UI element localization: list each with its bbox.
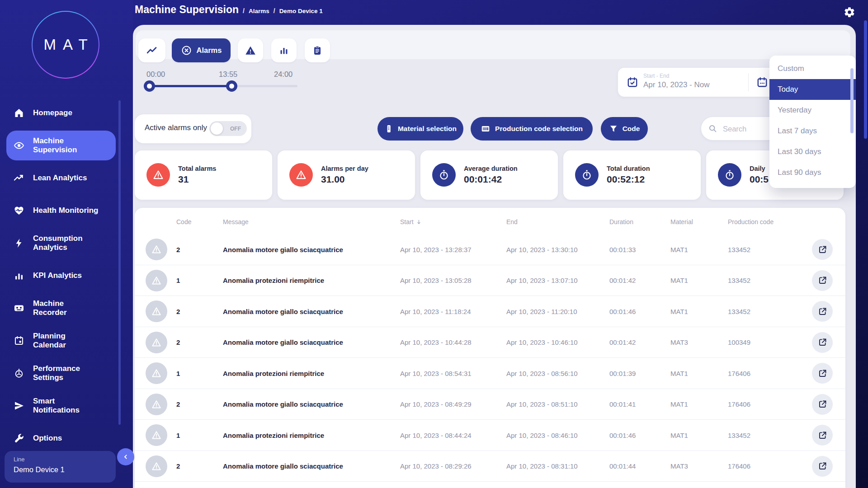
cell-message: Anomalia motore giallo sciacquatrice — [223, 462, 343, 470]
column-header-end[interactable]: End — [506, 218, 518, 225]
sidebar-item-consumption-analytics[interactable]: Consumption Analytics — [0, 227, 122, 259]
cell-code: 2 — [176, 400, 180, 408]
sidebar-item-lean-analytics[interactable]: Lean Analytics — [0, 162, 122, 194]
cell-production-code: 133452 — [728, 307, 750, 315]
sidebar-item-options[interactable]: Options — [0, 422, 122, 455]
warning-triangle-icon — [151, 337, 162, 348]
column-header-message[interactable]: Message — [223, 218, 249, 225]
sidebar-item-performance-settings[interactable]: Performance Settings — [0, 357, 122, 389]
sidebar-item-smart-notifications[interactable]: Smart Notifications — [0, 389, 122, 422]
sidebar-collapse-button[interactable] — [117, 448, 134, 465]
cell-end: Apr 10, 2023 - 11:20:10 — [506, 307, 577, 315]
column-header-code[interactable]: Code — [176, 218, 191, 225]
open-alarm-button[interactable] — [812, 394, 833, 415]
cell-duration: 00:01:33 — [609, 245, 636, 253]
breadcrumb: Machine Supervision / Alarms / Demo Devi… — [135, 4, 323, 22]
open-in-new-icon — [818, 461, 827, 471]
table-row: 2 Anomalia motore giallo sciacquatrice A… — [135, 327, 845, 358]
calendar-dots-icon[interactable] — [756, 76, 768, 88]
stopwatch-icon — [432, 163, 456, 187]
cell-code: 2 — [176, 245, 180, 253]
table-row: 1 Anomalia protezioni riempitrice Apr 10… — [135, 420, 845, 451]
warning-triangle-icon — [151, 244, 162, 255]
sort-desc-icon — [416, 219, 422, 225]
warning-triangle-icon — [151, 430, 162, 441]
page-scrollbar[interactable] — [864, 20, 867, 139]
view-tabs: Alarms — [136, 30, 850, 59]
option-custom[interactable]: Custom — [769, 58, 856, 79]
gear-icon — [844, 6, 855, 18]
column-header-material[interactable]: Material — [670, 218, 693, 225]
option-last-30-days[interactable]: Last 30 days — [769, 141, 856, 162]
open-in-new-icon — [818, 431, 827, 440]
open-in-new-icon — [818, 369, 827, 378]
option-today[interactable]: Today — [769, 79, 856, 100]
tab-alarms[interactable]: Alarms — [172, 38, 231, 62]
eye-icon — [14, 140, 24, 151]
material-selection-button[interactable]: Material selection — [377, 117, 463, 141]
tab-trends[interactable] — [138, 38, 165, 62]
table-row: 2 Anomalia motore giallo sciacquatrice A… — [135, 451, 845, 482]
active-alarms-toggle[interactable]: OFF — [209, 121, 247, 136]
recorder-icon — [14, 303, 24, 314]
gauge-icon — [14, 368, 24, 379]
column-header-start[interactable]: Start — [400, 218, 422, 225]
warning-triangle-icon — [151, 306, 162, 317]
dropdown-scrollbar[interactable] — [850, 68, 854, 133]
open-alarm-button[interactable] — [812, 301, 833, 322]
open-alarm-button[interactable] — [812, 239, 833, 260]
open-alarm-button[interactable] — [812, 363, 833, 384]
sidebar-scrollbar[interactable] — [118, 100, 121, 425]
slider-fill — [148, 85, 231, 87]
device-selector-value: Demo Device 1 — [14, 465, 107, 474]
slider-current-label: 13:55 — [219, 70, 237, 79]
report-icon — [312, 45, 323, 56]
device-selector-label: Line — [14, 456, 107, 463]
alarm-avatar — [146, 362, 167, 384]
alarm-avatar — [146, 394, 167, 415]
cell-production-code: 100349 — [728, 338, 750, 346]
open-alarm-button[interactable] — [812, 332, 833, 353]
stat-total-duration: Total duration 00:52:12 — [563, 150, 701, 200]
device-selector[interactable]: Line Demo Device 1 — [5, 451, 116, 483]
settings-gear-button[interactable] — [843, 6, 856, 19]
sidebar-item-kpi-analytics[interactable]: KPI Analytics — [0, 259, 122, 292]
warning-triangle-icon — [151, 461, 162, 472]
divider — [748, 73, 749, 91]
cell-end: Apr 10, 2023 - 08:56:10 — [506, 369, 578, 377]
slider-handle-end[interactable] — [226, 80, 237, 92]
option-last-7-days[interactable]: Last 7 days — [769, 121, 856, 141]
slider-track[interactable] — [148, 85, 297, 87]
sidebar-item-planning-calendar[interactable]: Planning Calendar — [0, 324, 122, 357]
open-alarm-button[interactable] — [812, 425, 833, 446]
open-in-new-icon — [818, 245, 827, 254]
slider-handle-start[interactable] — [144, 80, 155, 92]
warning-triangle-icon — [151, 368, 162, 379]
option-last-90-days[interactable]: Last 90 days — [769, 162, 856, 183]
production-code-selection-button[interactable]: Production code selection — [471, 117, 593, 141]
sidebar-item-machine-supervision[interactable]: Machine Supervision — [6, 131, 116, 160]
bolt-icon — [14, 238, 24, 249]
column-header-duration[interactable]: Duration — [609, 218, 633, 225]
sidebar-item-machine-recorder[interactable]: Machine Recorder — [0, 292, 122, 324]
table-row: 2 Anomalia motore giallo sciacquatrice A… — [135, 296, 845, 327]
chevron-left-icon — [122, 453, 129, 460]
sidebar-nav: Homepage Machine Supervision Lean Analyt… — [0, 97, 122, 455]
alarms-table: Code Message Start End Duration Material… — [135, 208, 845, 488]
wrench-icon — [14, 433, 24, 444]
tab-statistics[interactable] — [271, 38, 297, 62]
open-alarm-button[interactable] — [812, 456, 833, 477]
cell-production-code: 133452 — [728, 277, 750, 284]
option-yesterday[interactable]: Yesterday — [769, 100, 856, 121]
tab-report[interactable] — [305, 38, 330, 62]
sidebar-item-health-monitoring[interactable]: Health Monitoring — [0, 194, 122, 227]
tab-warnings[interactable] — [238, 38, 263, 62]
breadcrumb-device: Demo Device 1 — [279, 8, 323, 14]
open-alarm-button[interactable] — [812, 270, 833, 291]
cell-start: Apr 10, 2023 - 13:05:28 — [400, 277, 472, 284]
cell-duration: 00:01:42 — [609, 338, 636, 346]
sidebar-item-homepage[interactable]: Homepage — [0, 97, 122, 129]
cell-production-code: 176406 — [728, 369, 750, 377]
code-filter-button[interactable]: Code — [601, 117, 648, 141]
column-header-production-code[interactable]: Production code — [728, 218, 774, 225]
